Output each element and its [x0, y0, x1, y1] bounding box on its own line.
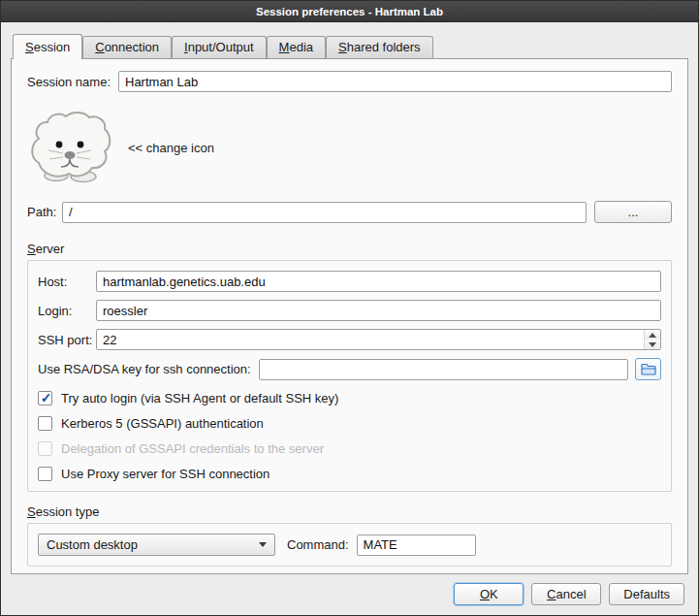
session-tab-page: Session name: << change icon Path: — [11, 58, 688, 574]
spin-up-arrow-icon[interactable] — [645, 330, 660, 340]
window-title: Session preferences - Hartman Lab — [256, 6, 443, 17]
dialog-footer: OK Cancel Defaults — [15, 583, 684, 605]
ssh-port-input[interactable] — [96, 329, 661, 350]
proxy-label: Use Proxy server for SSH connection — [61, 467, 270, 481]
gssapi-delegation-label: Delegation of GSSAPI credentials to the … — [61, 441, 324, 456]
ssh-port-row: SSH port: — [38, 329, 661, 350]
session-type-groupbox: Custom desktop Command: — [27, 523, 672, 567]
host-row: Host: — [38, 271, 661, 292]
auto-login-checkbox-row[interactable]: Try auto login (via SSH Agent or default… — [38, 391, 661, 405]
login-row: Login: — [38, 300, 661, 321]
folder-icon — [641, 363, 656, 375]
proxy-checkbox[interactable] — [38, 467, 52, 481]
session-name-input[interactable] — [118, 71, 672, 92]
tab-media[interactable]: Media — [267, 36, 326, 58]
tab-session[interactable]: Session — [13, 34, 82, 59]
login-input[interactable] — [96, 300, 661, 321]
session-type-dropdown[interactable]: Custom desktop — [38, 534, 275, 556]
spin-down-arrow-icon[interactable] — [645, 340, 660, 349]
ssh-port-spinbox — [96, 329, 661, 350]
kerberos-label: Kerberos 5 (GSSAPI) authentication — [61, 416, 264, 431]
path-browse-button[interactable]: ... — [594, 201, 672, 223]
tab-shared-folders[interactable]: Shared folders — [326, 36, 433, 58]
tab-bar: Session Connection Input/Output Media Sh… — [1, 22, 698, 58]
proxy-checkbox-row[interactable]: Use Proxy server for SSH connection — [38, 467, 661, 481]
change-icon-hint: << change icon — [128, 141, 214, 155]
tab-input-output[interactable]: Input/Output — [172, 36, 267, 58]
dropdown-arrow-icon — [259, 542, 267, 547]
session-type-group-label: Session type — [27, 504, 672, 519]
kerberos-checkbox-row[interactable]: Kerberos 5 (GSSAPI) authentication — [38, 416, 661, 431]
session-type-selected: Custom desktop — [47, 537, 251, 552]
session-icon-button[interactable] — [27, 109, 116, 186]
session-name-row: Session name: — [27, 71, 672, 92]
login-label: Login: — [38, 304, 96, 318]
server-group-label: Server — [27, 242, 672, 256]
ssh-port-arrows — [644, 330, 660, 349]
session-type-row: Custom desktop Command: — [38, 534, 661, 556]
seal-mascot-icon — [27, 109, 116, 186]
command-input[interactable] — [357, 535, 476, 556]
path-row: Path: ... — [27, 201, 672, 223]
session-name-label: Session name: — [27, 75, 111, 89]
tab-connection[interactable]: Connection — [82, 36, 172, 58]
session-icon-row: << change icon — [27, 109, 672, 186]
ok-button[interactable]: OK — [454, 583, 524, 605]
defaults-button[interactable]: Defaults — [609, 583, 684, 605]
cancel-button[interactable]: Cancel — [531, 583, 601, 605]
server-groupbox: Host: Login: SSH port: Use RSA/DSA k — [27, 260, 672, 492]
session-preferences-dialog: Session preferences - Hartman Lab Sessio… — [0, 0, 699, 616]
auto-login-label: Try auto login (via SSH Agent or default… — [61, 391, 338, 405]
rsa-key-browse-button[interactable] — [635, 358, 661, 380]
rsa-key-label: Use RSA/DSA key for ssh connection: — [38, 362, 251, 376]
path-label: Path: — [27, 205, 62, 219]
window-titlebar[interactable]: Session preferences - Hartman Lab — [1, 1, 698, 22]
host-label: Host: — [38, 275, 96, 289]
command-label: Command: — [287, 537, 349, 552]
path-input[interactable] — [62, 202, 587, 223]
ssh-port-label: SSH port: — [38, 333, 96, 347]
host-input[interactable] — [96, 271, 661, 292]
gssapi-delegation-checkbox-row: Delegation of GSSAPI credentials to the … — [38, 441, 661, 456]
gssapi-delegation-checkbox — [38, 441, 52, 456]
kerberos-checkbox[interactable] — [38, 416, 52, 431]
auto-login-checkbox[interactable] — [38, 391, 52, 405]
rsa-key-row: Use RSA/DSA key for ssh connection: — [38, 358, 661, 380]
rsa-key-input[interactable] — [259, 359, 628, 380]
